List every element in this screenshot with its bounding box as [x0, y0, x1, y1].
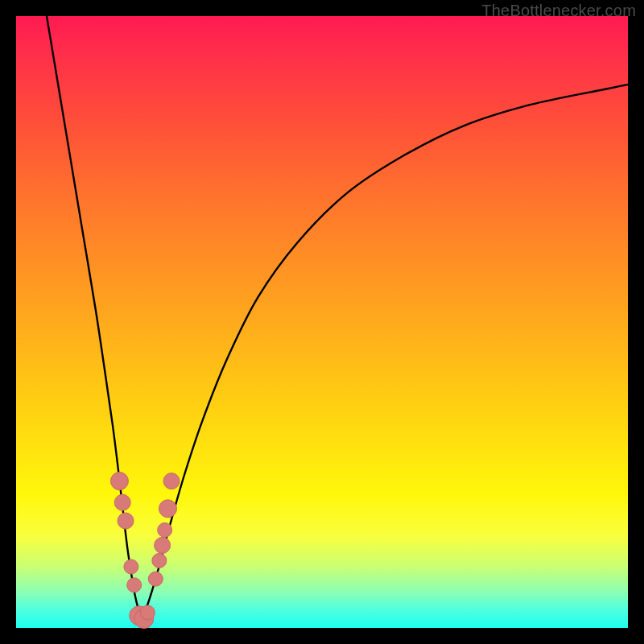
data-point: [140, 605, 155, 620]
data-point: [118, 513, 134, 529]
marker-group: [110, 473, 180, 629]
data-point: [127, 578, 142, 592]
data-point: [114, 494, 130, 510]
watermark-text: TheBottlenecker.com: [481, 2, 636, 20]
data-point: [148, 572, 163, 586]
data-point: [159, 500, 176, 518]
data-point: [152, 553, 167, 568]
curve-layer: [16, 16, 628, 628]
data-point: [155, 537, 171, 553]
data-point: [158, 522, 172, 537]
right-branch-path: [142, 85, 628, 618]
data-point: [163, 473, 180, 489]
chart-frame: TheBottlenecker.com: [0, 0, 644, 644]
data-point: [110, 473, 128, 490]
data-point: [124, 559, 138, 574]
